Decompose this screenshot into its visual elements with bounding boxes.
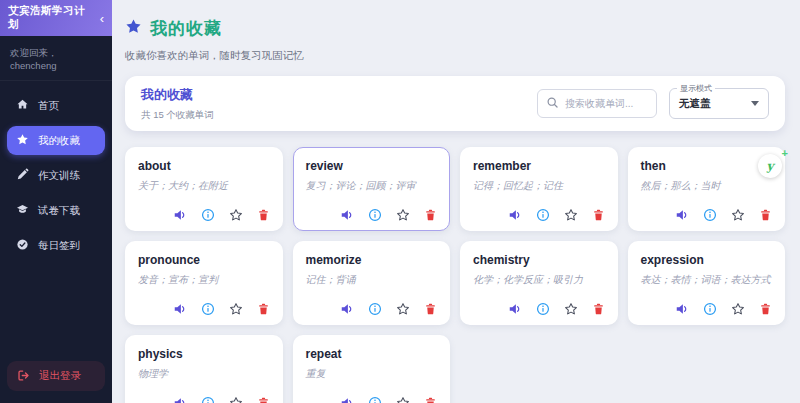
star-outline-icon[interactable]: [564, 302, 578, 316]
trash-icon[interactable]: [759, 208, 772, 222]
trash-icon[interactable]: [257, 302, 270, 316]
word-card[interactable]: memorize 记住；背诵: [293, 241, 451, 325]
word-card[interactable]: review 复习；评论；回顾；评审: [293, 147, 451, 231]
word-definition: 发音；宣布；宣判: [138, 273, 270, 287]
word-card[interactable]: about 关于；大约；在附近: [125, 147, 283, 231]
trash-icon[interactable]: [257, 396, 270, 403]
word-definition: 复习；评论；回顾；评审: [306, 179, 438, 193]
word-text: review: [306, 159, 438, 173]
star-outline-icon[interactable]: [731, 208, 745, 222]
info-icon[interactable]: [368, 302, 382, 316]
speaker-icon[interactable]: [508, 208, 522, 222]
info-icon[interactable]: [536, 302, 550, 316]
speaker-icon[interactable]: [675, 302, 689, 316]
star-outline-icon[interactable]: [731, 302, 745, 316]
sidebar-item-label: 每日签到: [38, 239, 80, 253]
display-mode-select[interactable]: 显示模式 无遮盖: [669, 88, 769, 119]
sidebar-menu: 首页 我的收藏 作文训练 试卷下载 每日签到: [0, 81, 112, 353]
sidebar-item-label: 试卷下载: [38, 204, 80, 218]
card-actions: [138, 208, 270, 222]
word-text: remember: [473, 159, 605, 173]
word-text: memorize: [306, 253, 438, 267]
collapse-sidebar-icon[interactable]: ‹: [100, 12, 104, 25]
sidebar-item-pen[interactable]: 作文训练: [7, 161, 105, 190]
card-actions: [138, 302, 270, 316]
word-definition: 化学；化学反应；吸引力: [473, 273, 605, 287]
sidebar-item-exam[interactable]: 试卷下载: [7, 196, 105, 225]
star-outline-icon[interactable]: [564, 208, 578, 222]
pen-icon: [16, 168, 29, 183]
check-icon: [16, 238, 29, 253]
sidebar-header: 艾宾浩斯学习计划 ‹: [0, 0, 112, 36]
star-outline-icon[interactable]: [396, 208, 410, 222]
trash-icon[interactable]: [424, 396, 437, 403]
word-card[interactable]: physics 物理学: [125, 335, 283, 403]
info-icon[interactable]: [368, 208, 382, 222]
speaker-icon[interactable]: [173, 396, 187, 403]
card-actions: [473, 208, 605, 222]
app-window: 艾宾浩斯学习计划 ‹ 欢迎回来，chencheng 首页 我的收藏 作文训练 试…: [0, 0, 800, 403]
word-card[interactable]: repeat 重复: [293, 335, 451, 403]
star-outline-icon[interactable]: [229, 208, 243, 222]
page-title-star-icon: [125, 18, 142, 39]
toolbar-title: 我的收藏: [141, 86, 214, 104]
sidebar-item-label: 首页: [38, 99, 59, 113]
sidebar-item-home[interactable]: 首页: [7, 91, 105, 120]
info-icon[interactable]: [703, 302, 717, 316]
logout-button[interactable]: 退出登录: [7, 361, 105, 391]
word-card[interactable]: pronounce 发音；宣布；宣判: [125, 241, 283, 325]
trash-icon[interactable]: [759, 302, 772, 316]
sidebar-item-check[interactable]: 每日签到: [7, 231, 105, 260]
speaker-icon[interactable]: [340, 302, 354, 316]
word-definition: 物理学: [138, 367, 270, 381]
star-outline-icon[interactable]: [396, 396, 410, 403]
word-definition: 关于；大约；在附近: [138, 179, 270, 193]
page-title: 我的收藏: [150, 17, 222, 40]
speaker-icon[interactable]: [173, 302, 187, 316]
search-input[interactable]: [565, 98, 648, 109]
info-icon[interactable]: [536, 208, 550, 222]
word-definition: 记得；回忆起；记住: [473, 179, 605, 193]
info-icon[interactable]: [201, 396, 215, 403]
extension-plus-icon: +: [782, 147, 788, 159]
word-text: pronounce: [138, 253, 270, 267]
star-outline-icon[interactable]: [396, 302, 410, 316]
speaker-icon[interactable]: [340, 396, 354, 403]
trash-icon[interactable]: [592, 208, 605, 222]
display-mode-label: 显示模式: [677, 83, 715, 94]
trash-icon[interactable]: [424, 208, 437, 222]
search-icon: [546, 95, 559, 113]
word-text: expression: [641, 253, 773, 267]
trash-icon[interactable]: [424, 302, 437, 316]
sidebar-item-star[interactable]: 我的收藏: [7, 126, 105, 155]
speaker-icon[interactable]: [340, 208, 354, 222]
search-box: [537, 89, 657, 118]
info-icon[interactable]: [368, 396, 382, 403]
word-card[interactable]: chemistry 化学；化学反应；吸引力: [460, 241, 618, 325]
word-text: repeat: [306, 347, 438, 361]
info-icon[interactable]: [201, 208, 215, 222]
word-definition: 然后；那么；当时: [641, 179, 773, 193]
star-outline-icon[interactable]: [229, 396, 243, 403]
info-icon[interactable]: [201, 302, 215, 316]
extension-y-icon: y: [767, 159, 774, 173]
speaker-icon[interactable]: [508, 302, 522, 316]
word-text: about: [138, 159, 270, 173]
word-card[interactable]: expression 表达；表情；词语；表达方式: [628, 241, 786, 325]
home-icon: [16, 98, 29, 113]
sidebar: 艾宾浩斯学习计划 ‹ 欢迎回来，chencheng 首页 我的收藏 作文训练 试…: [0, 0, 112, 403]
star-icon: [16, 133, 29, 148]
card-actions: [473, 302, 605, 316]
logout-icon: [17, 369, 30, 384]
card-actions: [138, 396, 270, 403]
trash-icon[interactable]: [592, 302, 605, 316]
logout-label: 退出登录: [39, 369, 81, 383]
welcome-text: 欢迎回来，chencheng: [0, 36, 112, 81]
extension-badge-button[interactable]: y +: [758, 154, 782, 178]
word-card[interactable]: remember 记得；回忆起；记住: [460, 147, 618, 231]
info-icon[interactable]: [703, 208, 717, 222]
speaker-icon[interactable]: [173, 208, 187, 222]
speaker-icon[interactable]: [675, 208, 689, 222]
star-outline-icon[interactable]: [229, 302, 243, 316]
trash-icon[interactable]: [257, 208, 270, 222]
